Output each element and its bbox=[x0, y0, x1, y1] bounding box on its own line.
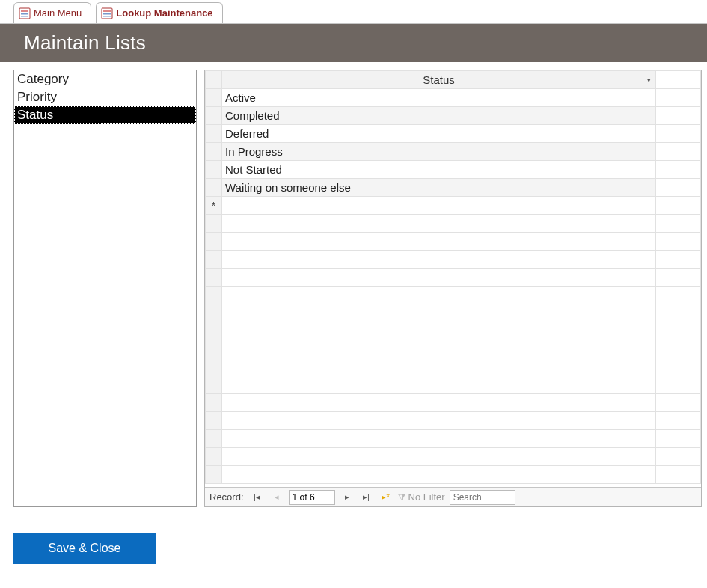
tab-lookup-maintenance[interactable]: Lookup Maintenance bbox=[96, 2, 222, 23]
sidebar-item-category[interactable]: Category bbox=[14, 70, 196, 88]
row-selector[interactable] bbox=[206, 161, 222, 179]
spare-column bbox=[656, 71, 701, 89]
column-header-label: Status bbox=[423, 73, 455, 86]
row-selector[interactable] bbox=[206, 89, 222, 107]
grid-cell[interactable]: Not Started bbox=[222, 161, 656, 179]
new-record-marker[interactable]: * bbox=[206, 197, 222, 215]
nav-new-record-button[interactable]: ▸* bbox=[379, 490, 394, 505]
content-area: Category Priority Status Status ▾ Active… bbox=[0, 62, 707, 507]
no-filter-label: No Filter bbox=[408, 491, 445, 503]
record-label: Record: bbox=[209, 491, 244, 503]
row-selector[interactable] bbox=[206, 179, 222, 197]
svg-rect-7 bbox=[103, 16, 111, 17]
lookup-category-list[interactable]: Category Priority Status bbox=[13, 70, 197, 507]
tab-main-menu[interactable]: Main Menu bbox=[13, 2, 91, 23]
nav-first-button[interactable]: |◂ bbox=[250, 490, 265, 505]
record-navigator: Record: |◂ ◂ ▸ ▸| ▸* ⧩ No Filter bbox=[205, 487, 701, 506]
svg-rect-6 bbox=[103, 13, 111, 15]
grid-cell[interactable]: Waiting on someone else bbox=[222, 179, 656, 197]
tab-strip: Main Menu Lookup Maintenance bbox=[0, 0, 707, 24]
nav-last-button[interactable]: ▸| bbox=[359, 490, 374, 505]
funnel-icon: ⧩ bbox=[398, 492, 405, 503]
grid-cell[interactable]: Active bbox=[222, 89, 656, 107]
svg-rect-5 bbox=[103, 10, 111, 12]
sidebar-item-status[interactable]: Status bbox=[14, 106, 196, 124]
svg-rect-3 bbox=[21, 16, 28, 17]
tab-label: Main Menu bbox=[34, 7, 82, 19]
grid-cell[interactable]: Deferred bbox=[222, 125, 656, 143]
column-header-status[interactable]: Status ▾ bbox=[222, 71, 656, 89]
grid-cell-new[interactable] bbox=[222, 197, 656, 215]
status-grid[interactable]: Status ▾ ActiveCompletedDeferredIn Progr… bbox=[205, 70, 701, 484]
datasheet: Status ▾ ActiveCompletedDeferredIn Progr… bbox=[204, 70, 702, 507]
svg-rect-1 bbox=[21, 10, 28, 12]
nav-prev-button[interactable]: ◂ bbox=[269, 490, 284, 505]
svg-rect-2 bbox=[21, 13, 28, 15]
column-dropdown-icon[interactable]: ▾ bbox=[647, 76, 651, 84]
nav-next-button[interactable]: ▸ bbox=[340, 490, 355, 505]
select-all-corner[interactable] bbox=[206, 71, 222, 89]
record-counter-input[interactable] bbox=[289, 490, 335, 505]
row-selector[interactable] bbox=[206, 107, 222, 125]
grid-cell[interactable]: Completed bbox=[222, 107, 656, 125]
save-close-button[interactable]: Save & Close bbox=[13, 533, 156, 564]
form-icon bbox=[19, 7, 31, 19]
filter-indicator[interactable]: ⧩ No Filter bbox=[398, 491, 445, 503]
form-icon bbox=[101, 7, 113, 19]
row-selector[interactable] bbox=[206, 125, 222, 143]
grid-cell[interactable]: In Progress bbox=[222, 143, 656, 161]
sidebar-item-priority[interactable]: Priority bbox=[14, 88, 196, 106]
page-title: Maintain Lists bbox=[0, 24, 707, 62]
tab-label: Lookup Maintenance bbox=[116, 7, 212, 19]
search-input[interactable] bbox=[450, 490, 515, 505]
row-selector[interactable] bbox=[206, 143, 222, 161]
